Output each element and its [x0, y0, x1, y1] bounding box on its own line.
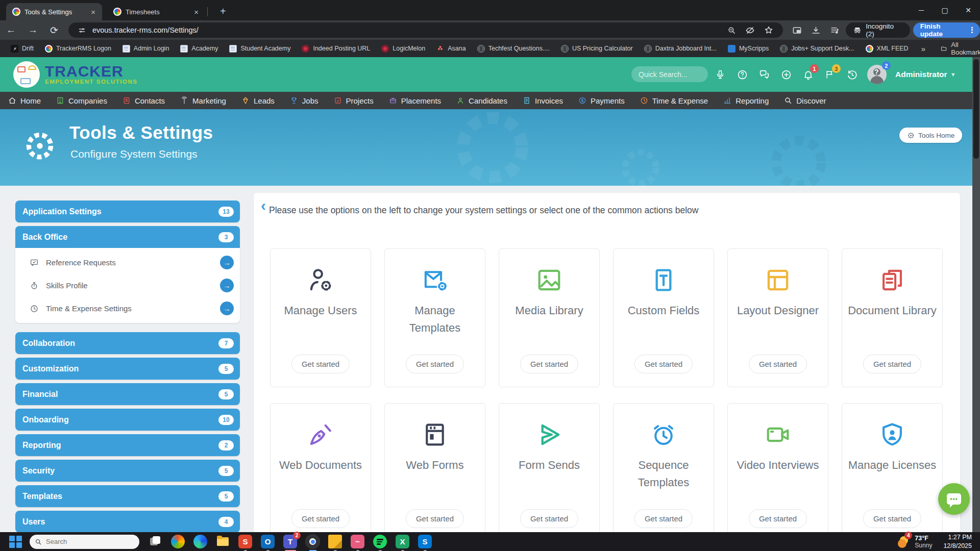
- bookmark-student-academy[interactable]: Student Academy: [224, 45, 296, 53]
- arrow-right-icon[interactable]: →: [220, 256, 234, 269]
- sidebar-item-time-expense-settings[interactable]: Time & Expense Settings →: [15, 297, 240, 320]
- incognito-indicator[interactable]: Incognito (2): [846, 22, 910, 38]
- bookmark-admin-login[interactable]: Admin Login: [117, 45, 175, 53]
- nav-leads[interactable]: Leads: [241, 96, 275, 105]
- get-started-button[interactable]: Get started: [749, 355, 807, 373]
- bookmark-techfest[interactable]: Techfest Questions....: [472, 45, 555, 53]
- nav-home[interactable]: Home: [8, 96, 41, 105]
- bookmark-daxtra[interactable]: Daxtra Jobboard Int...: [639, 45, 722, 53]
- task-view-button[interactable]: [149, 535, 162, 548]
- bookmark-us-pricing[interactable]: US Pricing Calculator: [555, 45, 639, 53]
- get-started-button[interactable]: Get started: [406, 355, 464, 373]
- help-icon[interactable]: [736, 68, 749, 81]
- sidebar-item-reporting[interactable]: Reporting2: [15, 434, 240, 456]
- nav-invoices[interactable]: Invoices: [523, 96, 563, 105]
- site-info-icon[interactable]: [78, 26, 86, 35]
- zoom-icon[interactable]: [727, 26, 736, 35]
- tracker-logo[interactable]: TRACKER EMPLOYMENT SOLUTIONS: [13, 61, 137, 88]
- teams-icon[interactable]: T2: [283, 535, 297, 548]
- card-video-interviews[interactable]: Video Interviews Get started: [727, 403, 828, 542]
- bookmark-jobs-support[interactable]: Jobs+ Support Desk...: [774, 45, 860, 53]
- bookmark-indeed[interactable]: Indeed Posting URL: [296, 45, 376, 53]
- card-custom-fields[interactable]: Custom Fields Get started: [613, 248, 714, 387]
- sidebar-item-users[interactable]: Users4: [15, 511, 240, 533]
- copilot-icon[interactable]: [171, 535, 185, 548]
- quick-search-input[interactable]: [631, 66, 708, 82]
- reading-mode-icon[interactable]: [789, 26, 805, 35]
- get-started-button[interactable]: Get started: [520, 355, 578, 373]
- bookmark-myscripps[interactable]: MyScripps: [722, 45, 774, 53]
- add-icon[interactable]: [779, 68, 793, 81]
- get-started-button[interactable]: Get started: [749, 509, 807, 528]
- sidebar-item-customization[interactable]: Customization5: [15, 358, 240, 380]
- notifications-bell-icon[interactable]: 1: [801, 68, 815, 81]
- history-icon[interactable]: [845, 68, 859, 81]
- bookmark-asana[interactable]: Asana: [431, 45, 471, 53]
- get-started-button[interactable]: Get started: [634, 509, 693, 528]
- card-sequence-templates[interactable]: Sequence Templates Get started: [613, 403, 714, 542]
- user-avatar[interactable]: ? 2: [867, 65, 887, 84]
- get-started-button[interactable]: Get started: [291, 355, 350, 373]
- arrow-right-icon[interactable]: →: [220, 302, 234, 315]
- media-playlist-icon[interactable]: [827, 26, 843, 35]
- card-document-library[interactable]: Document Library Get started: [842, 248, 943, 387]
- sticky-notes-icon[interactable]: [328, 535, 342, 548]
- tools-home-button[interactable]: Tools Home: [899, 128, 962, 143]
- bookmark-star-icon[interactable]: [764, 26, 773, 35]
- file-explorer-icon[interactable]: [216, 535, 230, 548]
- bookmarks-overflow-chevron[interactable]: »: [914, 44, 933, 53]
- bookmark-academy[interactable]: Academy: [175, 45, 224, 53]
- sidebar-item-financial[interactable]: Financial5: [15, 383, 240, 405]
- new-tab-button[interactable]: +: [216, 5, 230, 20]
- card-media-library[interactable]: Media Library Get started: [499, 248, 600, 387]
- user-menu[interactable]: Administrator ▼: [895, 70, 956, 79]
- sidebar-item-security[interactable]: Security5: [15, 460, 240, 482]
- card-web-documents[interactable]: Web Documents Get started: [270, 403, 371, 542]
- nav-placements[interactable]: Placements: [389, 96, 441, 105]
- card-manage-users[interactable]: Manage Users Get started: [270, 248, 371, 387]
- reload-button[interactable]: ⟳: [44, 24, 64, 36]
- maximize-button[interactable]: ▢: [933, 0, 957, 20]
- sidebar-item-back-office[interactable]: Back Office 3: [15, 226, 240, 248]
- clock-widget[interactable]: 1:27 PM 12/8/2025: [943, 533, 972, 550]
- scrollbar-thumb[interactable]: [973, 59, 979, 159]
- download-icon[interactable]: [808, 26, 824, 35]
- get-started-button[interactable]: Get started: [863, 355, 921, 373]
- card-manage-licenses[interactable]: Manage Licenses Get started: [842, 403, 943, 542]
- sidebar-item-application-settings[interactable]: Application Settings 13: [15, 201, 240, 222]
- nav-reporting[interactable]: Reporting: [723, 96, 769, 105]
- get-started-button[interactable]: Get started: [291, 509, 350, 528]
- bookmark-logicmelon[interactable]: LogicMelon: [376, 45, 431, 53]
- get-started-button[interactable]: Get started: [520, 509, 578, 528]
- nav-payments[interactable]: Payments: [578, 96, 625, 105]
- sidebar-item-skills-profile[interactable]: Skills Profile →: [15, 274, 240, 297]
- nav-jobs[interactable]: Jobs: [290, 96, 318, 105]
- card-layout-designer[interactable]: Layout Designer Get started: [727, 248, 828, 387]
- card-form-sends[interactable]: Form Sends Get started: [499, 403, 600, 542]
- forward-button[interactable]: →: [22, 24, 44, 36]
- edge-icon[interactable]: [193, 535, 207, 548]
- sidebar-item-onboarding[interactable]: Onboarding10: [15, 409, 240, 431]
- url-text[interactable]: evous.tracker-rms.com/Settings/: [92, 26, 723, 34]
- get-started-button[interactable]: Get started: [863, 509, 921, 528]
- taskbar-search-input[interactable]: [30, 535, 139, 549]
- snagit-icon[interactable]: S: [238, 535, 252, 548]
- finish-update-button[interactable]: Finish update ⋮: [913, 22, 980, 38]
- chat-icon[interactable]: [757, 68, 771, 81]
- nav-marketing[interactable]: Marketing: [180, 96, 226, 105]
- nav-candidates[interactable]: Candidates: [456, 96, 507, 105]
- card-web-forms[interactable]: Web Forms Get started: [384, 403, 485, 542]
- flag-icon[interactable]: 3: [823, 68, 837, 81]
- arrow-right-icon[interactable]: →: [220, 279, 234, 292]
- sidebar-item-collaboration[interactable]: Collaboration7: [15, 332, 240, 354]
- nav-contacts[interactable]: Contacts: [122, 96, 165, 105]
- page-scrollbar[interactable]: [972, 57, 980, 532]
- spotify-icon[interactable]: [373, 535, 387, 548]
- nav-time-expense[interactable]: Time & Expense: [640, 96, 708, 105]
- bookmark-trackerrms[interactable]: TrackerRMS Logon: [39, 45, 117, 53]
- pink-app-icon[interactable]: ~: [351, 535, 364, 548]
- excel-icon[interactable]: X: [396, 535, 409, 548]
- bookmark-drift[interactable]: ⚡Drift: [5, 45, 39, 53]
- nav-projects[interactable]: Projects: [334, 96, 374, 105]
- eye-hidden-icon[interactable]: [745, 26, 755, 35]
